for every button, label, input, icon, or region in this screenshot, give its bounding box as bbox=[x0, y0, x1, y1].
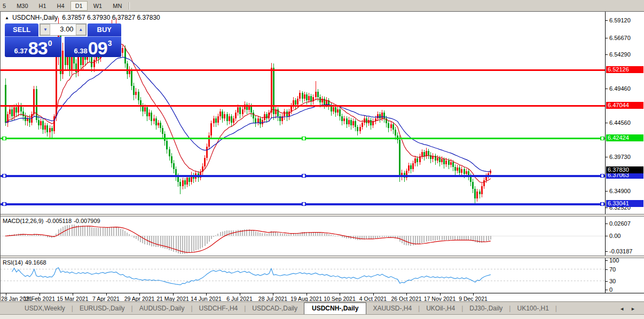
buy-button[interactable]: BUY bbox=[88, 23, 121, 37]
price-tick-mark bbox=[606, 20, 608, 21]
symbol-dropdown-icon[interactable]: ▲ bbox=[5, 15, 9, 20]
macd-tick-mark bbox=[606, 224, 608, 224]
level-line[interactable] bbox=[1, 203, 605, 206]
level-line[interactable] bbox=[1, 137, 605, 140]
chart-tab-usdcad[interactable]: USDCAD-,Daily bbox=[246, 303, 304, 314]
price-axis[interactable]: 6.591206.566706.542906.494606.445606.397… bbox=[605, 12, 644, 214]
price-tick-label: 6.44560 bbox=[609, 119, 631, 126]
price-tick-label: 6.39730 bbox=[609, 154, 631, 160]
price-tick-label: 6.54290 bbox=[609, 51, 631, 58]
buy-price-big: 09 bbox=[88, 39, 107, 57]
chart-title-ohlc: 6.37857 6.37930 6.37827 6.37830 bbox=[62, 14, 160, 21]
price-tick-mark bbox=[606, 208, 608, 208]
price-tick-label: 6.56670 bbox=[609, 35, 631, 41]
price-tick-mark bbox=[606, 38, 608, 38]
level-handle[interactable] bbox=[601, 203, 604, 206]
level-price-badge: 6.33041 bbox=[606, 200, 643, 207]
macd-label: MACD(12,26,9)-0.005118-0.007909 bbox=[3, 218, 103, 224]
level-handle[interactable] bbox=[3, 203, 6, 206]
level-handle[interactable] bbox=[302, 203, 305, 206]
rsi-axis: 10070300 bbox=[605, 258, 644, 293]
price-tick-label: 6.34900 bbox=[609, 188, 631, 194]
level-price-badge: 6.52126 bbox=[606, 66, 643, 73]
tab-scroll-arrows: ◄► bbox=[616, 305, 644, 314]
sell-button[interactable]: SELL bbox=[5, 23, 38, 37]
tab-scroll-right-button[interactable]: ► bbox=[627, 305, 639, 313]
level-handle[interactable] bbox=[3, 174, 6, 178]
rsi-name: RSI(14) bbox=[3, 259, 23, 266]
rsi-tick-mark bbox=[606, 281, 608, 282]
volume-decrease-button[interactable]: ▼ bbox=[40, 24, 50, 35]
chart-tab-usdcnh[interactable]: USDCNH-,Daily bbox=[304, 302, 366, 315]
timeframe-button-h1[interactable]: H1 bbox=[34, 1, 51, 11]
rsi-tick-mark bbox=[606, 269, 608, 270]
rsi-tick-mark bbox=[606, 260, 608, 261]
volume-increase-button[interactable]: ▲ bbox=[76, 24, 86, 35]
toolbar-separator bbox=[129, 2, 130, 10]
chart-tab-ukoil[interactable]: UKOil-,H4 bbox=[420, 303, 461, 314]
chart-window: 6.591206.566706.542906.494606.445606.397… bbox=[0, 12, 644, 301]
rsi-line bbox=[12, 268, 490, 285]
level-handle[interactable] bbox=[3, 137, 6, 140]
chart-tab-usdchf[interactable]: USDCHF-,H4 bbox=[193, 303, 245, 314]
bottom-strip bbox=[0, 314, 644, 319]
macd-tick-mark bbox=[606, 236, 608, 236]
macd-pane-row: 0.026070.00-0.03187 MACD(12,26,9)-0.0051… bbox=[1, 217, 644, 256]
chart-tab-audusd[interactable]: AUDUSD-,Daily bbox=[133, 303, 191, 314]
macd-tick-label: 0.02607 bbox=[609, 220, 631, 227]
timeframe-button-d1[interactable]: D1 bbox=[70, 1, 88, 11]
price-tick-mark bbox=[606, 157, 608, 157]
rsi-tick-mark bbox=[606, 290, 608, 290]
chart-tab-uk100[interactable]: UK100-,H1 bbox=[511, 303, 555, 314]
buy-price-display[interactable]: 6.38 09 3 bbox=[65, 37, 121, 57]
timeframe-button-5[interactable]: 5 bbox=[0, 1, 11, 11]
tab-separator: | bbox=[555, 305, 557, 314]
timeframe-button-m30[interactable]: M30 bbox=[12, 1, 33, 11]
timeframe-button-w1[interactable]: W1 bbox=[89, 1, 107, 11]
price-tick-mark bbox=[606, 54, 608, 55]
chart-tab-bar: USDX,Weekly|EURUSD-,Daily|AUDUSD-,Daily|… bbox=[0, 301, 644, 314]
buy-price-small: 6.38 bbox=[74, 47, 88, 55]
sell-price-big: 83 bbox=[28, 39, 48, 57]
macd-tick-mark bbox=[606, 251, 608, 252]
price-tick-label: 6.59120 bbox=[609, 17, 631, 23]
sell-price-small: 6.37 bbox=[14, 47, 28, 55]
sell-price-sup: 0 bbox=[48, 39, 52, 47]
macd-value-signal: -0.007909 bbox=[74, 218, 100, 224]
tab-scroll-left-button[interactable]: ◄ bbox=[616, 305, 627, 313]
timeframe-button-mn[interactable]: MN bbox=[108, 1, 127, 11]
chart-tab-dj30[interactable]: DJ30-,Daily bbox=[463, 303, 509, 314]
rsi-plot[interactable] bbox=[1, 258, 605, 293]
macd-tick-label: -0.03187 bbox=[609, 248, 632, 254]
volume-control: ▼ 3.00 ▲ bbox=[40, 23, 86, 36]
one-click-trade-panel: SELL ▼ 3.00 ▲ BUY 6.37 83 0 6.38 bbox=[5, 23, 121, 57]
rsi-pane-row: 10070300 RSI(14)49.1668 bbox=[1, 258, 644, 293]
level-price-badge: 6.47044 bbox=[606, 102, 643, 109]
chart-title: ▲USDCNH-,Daily6.37857 6.37930 6.37827 6.… bbox=[5, 14, 160, 21]
current-price-badge: 6.37830 bbox=[606, 166, 643, 173]
rsi-tick-label: 0 bbox=[609, 286, 612, 293]
rsi-value: 49.1668 bbox=[25, 259, 46, 266]
price-tick-mark bbox=[606, 89, 608, 89]
chart-tab-eurusd[interactable]: EURUSD-,Daily bbox=[73, 303, 131, 314]
sell-price-display[interactable]: 6.37 83 0 bbox=[5, 37, 61, 57]
price-tick-mark bbox=[606, 191, 608, 192]
price-pane-row: 6.591206.566706.542906.494606.445606.397… bbox=[1, 12, 644, 214]
macd-axis: 0.026070.00-0.03187 bbox=[605, 217, 644, 256]
level-handle[interactable] bbox=[302, 137, 305, 140]
level-handle[interactable] bbox=[302, 174, 305, 178]
level-handle[interactable] bbox=[601, 174, 604, 178]
level-price-badge: 6.42424 bbox=[606, 134, 643, 141]
chart-tab-usdx[interactable]: USDX,Weekly bbox=[18, 303, 72, 314]
price-tick-mark bbox=[606, 123, 608, 123]
rsi-tick-label: 70 bbox=[609, 266, 616, 273]
volume-input[interactable]: 3.00 bbox=[50, 24, 75, 35]
chart-tab-xauusd[interactable]: XAUUSD-,H4 bbox=[366, 303, 418, 314]
level-line[interactable] bbox=[1, 174, 605, 178]
macd-histogram bbox=[5, 225, 491, 254]
level-handle[interactable] bbox=[601, 137, 604, 140]
timeframe-button-h4[interactable]: H4 bbox=[52, 1, 69, 11]
rsi-label: RSI(14)49.1668 bbox=[3, 259, 49, 266]
mt4-terminal: 5M30H1H4D1W1MN 6.591206.566706.542906.49… bbox=[0, 0, 644, 319]
buy-price-sup: 3 bbox=[108, 39, 112, 47]
